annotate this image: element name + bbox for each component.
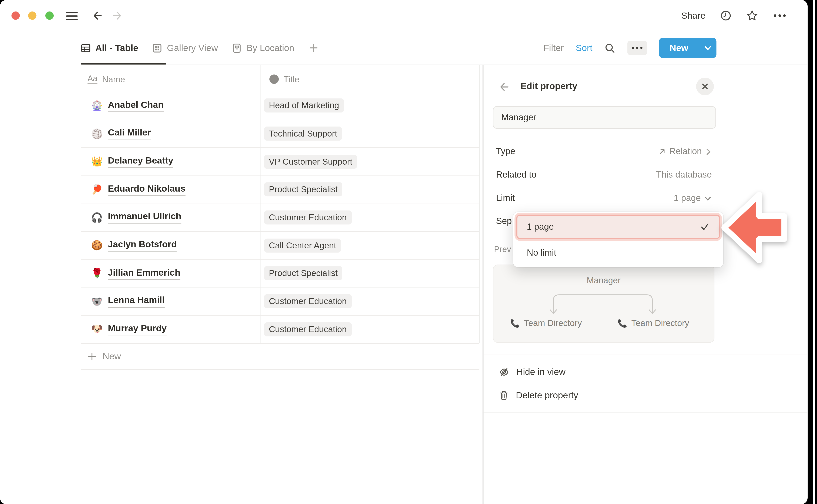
traffic-light-zoom-button[interactable] — [45, 11, 54, 20]
property-name-input[interactable] — [493, 106, 716, 129]
phone-icon: 📞 — [510, 319, 520, 328]
title-tag[interactable]: Product Specialist — [264, 266, 342, 280]
tab-label: By Location — [246, 43, 294, 53]
delete-property-button[interactable]: Delete property — [499, 385, 578, 405]
title-tag[interactable]: Call Center Agent — [264, 238, 341, 252]
filter-button[interactable]: Filter — [544, 43, 564, 53]
updates-button[interactable] — [720, 10, 732, 21]
new-button-dropdown[interactable] — [699, 38, 717, 58]
page-name-link[interactable]: Murray Purdy — [108, 323, 167, 336]
more-options-button[interactable] — [773, 10, 787, 21]
page-name-link[interactable]: Immanuel Ullrich — [108, 211, 181, 224]
property-label: Limit — [496, 193, 515, 204]
check-icon — [700, 222, 710, 232]
panel-close-button[interactable] — [696, 78, 714, 95]
table-row[interactable]: 🏐 Cali Miller Technical Support — [81, 120, 479, 148]
property-value: Relation — [669, 146, 702, 157]
action-label: Hide in view — [516, 366, 566, 377]
search-icon — [605, 43, 615, 53]
preview-root-label: Manager — [494, 276, 714, 286]
page-name-link[interactable]: Cali Miller — [108, 127, 151, 140]
north-east-arrow-icon — [658, 147, 666, 156]
page-name-link[interactable]: Jillian Emmerich — [108, 267, 180, 280]
close-icon — [701, 83, 709, 90]
property-row-limit[interactable]: Limit 1 page — [496, 191, 712, 206]
column-divider[interactable] — [479, 65, 480, 343]
tab-all-table[interactable]: All - Table — [81, 43, 138, 53]
title-tag[interactable]: Product Specialist — [264, 182, 342, 196]
page-emoji-icon: 🍪 — [90, 240, 104, 251]
add-row-button[interactable]: New — [81, 343, 479, 370]
page-emoji-icon: 👑 — [90, 156, 104, 167]
dropdown-option-1-page[interactable]: 1 page — [516, 215, 720, 239]
back-arrow-icon — [92, 10, 103, 21]
sidebar-menu-button[interactable] — [66, 10, 78, 21]
page-emoji-icon: 🎡 — [90, 100, 104, 111]
table-row[interactable]: 🎧 Immanuel Ullrich Customer Education — [81, 204, 479, 232]
preview-item-label: Team Directory — [524, 318, 582, 328]
title-tag[interactable]: Technical Support — [264, 127, 342, 141]
page-name-link[interactable]: Eduardo Nikolaus — [108, 183, 185, 196]
panel-back-button[interactable] — [499, 82, 510, 92]
traffic-light-minimize-button[interactable] — [28, 11, 36, 20]
action-label: Delete property — [516, 390, 578, 401]
page-name-link[interactable]: Delaney Beatty — [108, 155, 173, 168]
add-row-label: New — [103, 351, 121, 362]
hide-in-view-button[interactable]: Hide in view — [499, 362, 566, 382]
tab-by-location[interactable]: By Location — [232, 43, 294, 53]
preview-item-label: Team Directory — [631, 318, 689, 328]
table-row[interactable]: 🏓 Eduardo Nikolaus Product Specialist — [81, 175, 479, 204]
option-label: No limit — [527, 248, 556, 258]
back-button[interactable] — [92, 10, 103, 21]
option-label: 1 page — [527, 222, 554, 232]
column-header-name[interactable]: Aa Name — [87, 67, 125, 92]
table-row[interactable]: 🐨 Lenna Hamill Customer Education — [81, 287, 479, 316]
new-button[interactable]: New — [659, 38, 716, 58]
toolbar-divider — [81, 65, 808, 65]
page-name-link[interactable]: Lenna Hamill — [108, 295, 165, 308]
title-tag[interactable]: Customer Education — [264, 294, 351, 308]
column-header-label: Title — [283, 74, 299, 84]
page-name-link[interactable]: Jaclyn Botsford — [108, 239, 177, 252]
traffic-light-close-button[interactable] — [11, 11, 20, 20]
title-tag[interactable]: VP Customer Support — [264, 154, 357, 168]
preview-item: 📞 Team Directory — [618, 318, 689, 328]
dropdown-option-no-limit[interactable]: No limit — [516, 242, 720, 265]
property-label: Type — [496, 146, 515, 157]
table-row[interactable]: 🍪 Jaclyn Botsford Call Center Agent — [81, 231, 479, 260]
sort-button[interactable]: Sort — [576, 43, 593, 53]
table-row[interactable]: 🌹 Jillian Emmerich Product Specialist — [81, 259, 479, 288]
table-row[interactable]: 👑 Delaney Beatty VP Customer Support — [81, 148, 479, 176]
board-view-icon — [232, 43, 242, 53]
title-tag[interactable]: Customer Education — [264, 322, 351, 336]
property-row-related-to[interactable]: Related to This database — [496, 167, 712, 183]
preview-item: 📞 Team Directory — [510, 318, 582, 328]
title-tag[interactable]: Customer Education — [264, 210, 351, 224]
screenshot-stage: Share — [0, 0, 817, 504]
panel-section-divider — [483, 355, 808, 355]
forward-button[interactable] — [112, 10, 123, 21]
page-name-link[interactable]: Anabel Chan — [108, 99, 164, 112]
plus-icon — [308, 43, 319, 53]
annotation-arrow — [721, 191, 789, 265]
relation-preview: Manager 📞 Team Directory 📞 Team Director… — [493, 265, 714, 343]
limit-dropdown-menu: 1 page No limit — [513, 212, 723, 267]
table-row[interactable]: 🎡 Anabel Chan Head of Marketing — [81, 92, 479, 120]
chevron-right-icon — [705, 147, 712, 156]
tab-gallery-view[interactable]: Gallery View — [152, 43, 218, 53]
page-emoji-icon: 🐶 — [90, 323, 104, 335]
property-value: This database — [656, 170, 712, 180]
column-header-title[interactable]: Title — [269, 67, 299, 92]
clipped-separate-label: Sep — [496, 216, 512, 226]
share-button[interactable]: Share — [681, 10, 706, 21]
favorite-button[interactable] — [746, 10, 758, 21]
add-view-button[interactable] — [308, 43, 319, 53]
text-property-icon: Aa — [87, 74, 97, 84]
table-row[interactable]: 🐶 Murray Purdy Customer Education — [81, 315, 479, 344]
property-row-type[interactable]: Type Relation — [496, 144, 712, 159]
search-button[interactable] — [605, 43, 615, 53]
page-emoji-icon: 🎧 — [90, 212, 104, 223]
view-options-button[interactable] — [628, 41, 647, 55]
title-tag[interactable]: Head of Marketing — [264, 99, 344, 113]
page-emoji-icon: 🐨 — [90, 296, 104, 307]
